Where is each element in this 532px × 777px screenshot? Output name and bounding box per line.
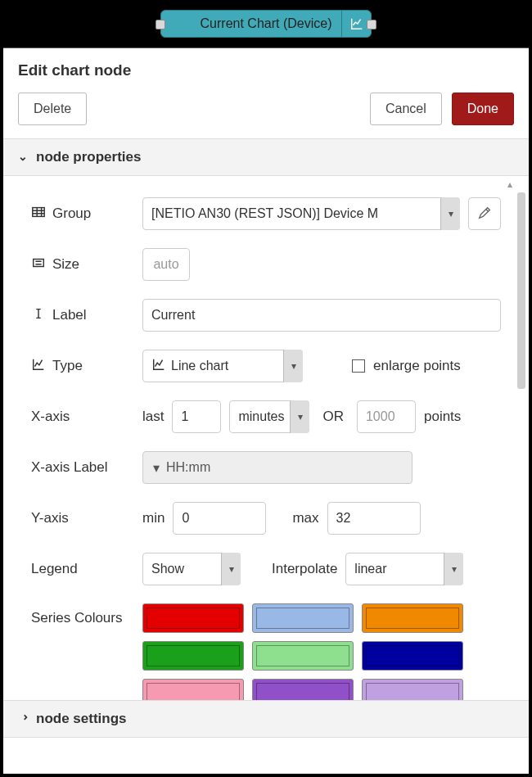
node-port-out[interactable]	[367, 20, 376, 29]
row-series-colours: Series Colours	[31, 603, 501, 700]
swatch-inner	[147, 608, 240, 629]
row-size: Size auto	[31, 248, 501, 281]
section-settings-title: node settings	[36, 711, 127, 727]
group-label: Group	[52, 206, 91, 222]
chevron-right-icon: ⌄	[16, 712, 29, 722]
yaxis-label: Y-axis	[31, 510, 69, 526]
svg-rect-0	[33, 207, 44, 216]
interpolate-select[interactable]: linear	[345, 553, 463, 585]
series-colours-label: Series Colours	[31, 610, 123, 626]
edit-panel: Edit chart node Delete Cancel Done ⌄ nod…	[3, 47, 529, 774]
delete-button[interactable]: Delete	[18, 93, 87, 125]
swatch-inner	[147, 683, 240, 700]
row-xaxis: X-axis last minutes ▾ OR points	[31, 400, 501, 433]
xaxis-label-select[interactable]: ▾ HH:mm	[142, 451, 413, 484]
xaxis-points-input[interactable]	[357, 400, 416, 433]
xaxis-label-label: X-axis Label	[31, 459, 108, 476]
series-colour-1[interactable]	[252, 603, 354, 633]
edit-group-button[interactable]	[468, 197, 501, 230]
caret-down-icon: ▾	[153, 460, 160, 476]
ymax-input[interactable]	[327, 502, 421, 535]
node-port-in[interactable]	[156, 20, 165, 29]
row-xaxis-label: X-axis Label ▾ HH:mm	[31, 451, 501, 484]
swatch-inner	[366, 683, 459, 700]
size-button[interactable]: auto	[142, 248, 190, 281]
series-colour-7[interactable]	[252, 679, 354, 700]
section-properties[interactable]: ⌄ node properties	[3, 138, 529, 176]
swatch-grid	[142, 603, 463, 700]
row-yaxis: Y-axis min max	[31, 502, 501, 535]
min-text: min	[142, 510, 165, 526]
grid-icon	[31, 205, 46, 224]
type-label: Type	[52, 358, 83, 374]
pencil-icon	[477, 206, 492, 223]
swatch-inner	[366, 608, 459, 629]
series-colour-3[interactable]	[142, 641, 244, 671]
xaxis-label-value: HH:mm	[166, 460, 210, 475]
xaxis-unit-value: minutes	[238, 409, 284, 424]
group-select[interactable]	[142, 197, 460, 230]
row-label: Label	[31, 299, 501, 332]
type-value: Line chart	[171, 359, 228, 373]
label-label: Label	[52, 307, 87, 323]
series-colour-5[interactable]	[362, 641, 463, 671]
xaxis-unit-select[interactable]: minutes	[229, 400, 309, 433]
row-type: Type Line chart ▾ enlarge points	[31, 350, 501, 382]
or-text: OR	[322, 409, 344, 425]
enlarge-label: enlarge points	[373, 358, 461, 374]
series-colour-8[interactable]	[362, 679, 463, 700]
section-properties-title: node properties	[36, 149, 141, 165]
swatch-inner	[366, 645, 459, 666]
swatch-inner	[256, 683, 349, 700]
interpolate-label: Interpolate	[272, 561, 337, 577]
section-settings[interactable]: ⌄ node settings	[3, 700, 529, 738]
last-text: last	[142, 409, 164, 425]
points-text: points	[424, 409, 461, 425]
row-legend: Legend Show ▾ Interpolate linear	[31, 553, 501, 585]
interpolate-value: linear	[354, 562, 386, 576]
type-select[interactable]: Line chart	[142, 350, 303, 382]
size-icon	[31, 255, 46, 274]
legend-label: Legend	[31, 561, 78, 577]
swatch-inner	[256, 608, 349, 629]
xaxis-label: X-axis	[31, 409, 70, 425]
series-colour-0[interactable]	[142, 603, 244, 633]
max-text: max	[292, 510, 318, 526]
label-input[interactable]	[142, 299, 501, 332]
enlarge-checkbox[interactable]	[352, 359, 365, 373]
scrollbar-thumb[interactable]	[517, 192, 525, 389]
done-button[interactable]: Done	[452, 93, 514, 125]
size-label: Size	[52, 256, 79, 273]
row-group: Group ▾	[31, 197, 501, 230]
panel-title: Edit chart node	[3, 48, 529, 86]
form-scroll[interactable]: Group ▾ Size	[3, 176, 529, 700]
text-cursor-icon	[31, 306, 46, 325]
swatch-inner	[147, 645, 240, 666]
panel-actions: Delete Cancel Done	[3, 86, 529, 138]
flow-node[interactable]: Current Chart (Device)	[160, 10, 372, 38]
legend-select[interactable]: Show	[142, 553, 241, 585]
node-title: Current Chart (Device)	[201, 16, 332, 31]
svg-rect-1	[34, 259, 44, 266]
xaxis-count-input[interactable]	[172, 400, 221, 433]
series-colour-4[interactable]	[252, 641, 354, 671]
ymin-input[interactable]	[173, 502, 266, 535]
chevron-down-icon: ⌄	[18, 150, 28, 163]
series-colour-2[interactable]	[362, 603, 463, 633]
series-colour-6[interactable]	[142, 679, 244, 700]
swatch-inner	[256, 645, 349, 666]
cancel-button[interactable]: Cancel	[370, 93, 442, 125]
line-chart-icon	[31, 357, 46, 376]
legend-value: Show	[151, 562, 184, 576]
scroll-up-icon	[507, 176, 519, 187]
line-chart-icon	[151, 357, 166, 375]
